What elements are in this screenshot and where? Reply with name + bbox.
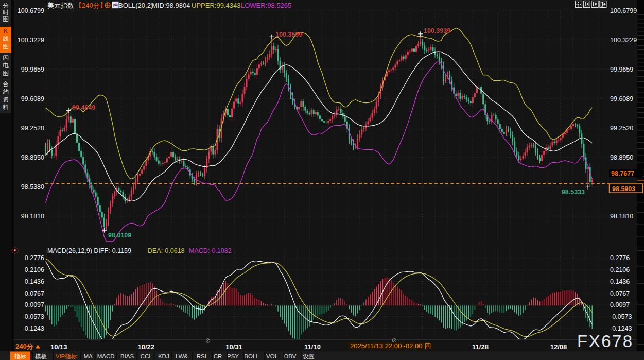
svg-text:MACD:-0.1082: MACD:-0.1082 [189,247,232,254]
svg-text:0.0097: 0.0097 [25,301,44,308]
svg-text:-0.0573: -0.0573 [23,313,44,320]
svg-text:MACD(26,12,9) DIFF:-0.1159: MACD(26,12,9) DIFF:-0.1159 [47,247,131,254]
svg-text:MID:98.9804: MID:98.9804 [152,2,190,9]
svg-text:2025/11/13 22:00~02:00 四: 2025/11/13 22:00~02:00 四 [350,342,431,350]
svg-text:时: 时 [3,9,9,15]
svg-text:设置: 设置 [303,353,315,359]
svg-text:98.5903: 98.5903 [612,185,635,193]
svg-text:99.2520: 99.2520 [610,125,633,132]
svg-text:98.8950: 98.8950 [21,154,44,161]
svg-text:0.0767: 0.0767 [25,290,44,297]
svg-text:BOLL: BOLL [244,353,259,359]
svg-text:100.3939: 100.3939 [424,27,450,35]
svg-text:模板: 模板 [35,353,47,359]
svg-text:0.2776: 0.2776 [25,254,44,262]
svg-text:10/22: 10/22 [137,343,154,351]
svg-text:100.3599: 100.3599 [275,31,302,38]
svg-text:0.0097: 0.0097 [610,301,630,308]
svg-text:RSI: RSI [197,353,206,359]
svg-text:FX678: FX678 [577,332,634,351]
svg-text:KDJ: KDJ [158,353,169,359]
svg-text:VOL: VOL [266,353,279,359]
svg-text:99.2520: 99.2520 [21,125,44,132]
svg-text:100.3229: 100.3229 [610,37,637,44]
svg-text:MACD: MACD [97,353,115,359]
svg-text:0.2106: 0.2106 [25,266,44,273]
svg-text:98.5333: 98.5333 [562,188,585,196]
svg-text:CR: CR [214,353,222,359]
svg-text:-0.0573: -0.0573 [610,313,632,320]
svg-text:约: 约 [3,89,9,95]
svg-text:10/13: 10/13 [50,343,67,351]
svg-text:料: 料 [2,104,9,110]
svg-text:98.0109: 98.0109 [108,232,131,239]
svg-text:BIAS: BIAS [120,353,134,359]
svg-text:11/28: 11/28 [472,343,489,351]
svg-text:12/08: 12/08 [550,343,567,351]
svg-text:电: 电 [3,62,9,68]
svg-text:98.8950: 98.8950 [610,154,633,161]
svg-text:图: 图 [3,43,9,49]
svg-text:K: K [4,28,8,34]
svg-text:0.1436: 0.1436 [25,278,44,285]
svg-text:UPPER:99.4343: UPPER:99.4343 [192,2,240,9]
svg-text:11/10: 11/10 [304,343,321,351]
svg-text:98.1810: 98.1810 [610,213,633,220]
svg-text:100.3229: 100.3229 [18,37,44,44]
svg-text:0.2106: 0.2106 [610,266,630,273]
svg-text:99.4649: 99.4649 [72,104,95,111]
svg-text:0.1436: 0.1436 [610,278,630,285]
svg-text:MA: MA [83,353,93,359]
svg-text:【240分】: 【240分】 [75,2,107,9]
svg-text:-0.1243: -0.1243 [610,325,632,332]
svg-text:98.1810: 98.1810 [21,213,44,220]
svg-text:100.6799: 100.6799 [610,7,637,14]
svg-text:OBV: OBV [284,353,297,359]
svg-text:DEA:-0.0618: DEA:-0.0618 [148,247,185,254]
svg-text:0.0767: 0.0767 [610,290,630,297]
svg-text:99.9659: 99.9659 [610,66,633,73]
svg-text:VIP指标: VIP指标 [56,353,77,359]
svg-text:99.6089: 99.6089 [610,95,633,102]
svg-text:美元指数: 美元指数 [47,2,74,9]
svg-text:CCI: CCI [141,353,151,359]
svg-text:指标: 指标 [14,353,26,359]
svg-text:图: 图 [3,16,9,22]
svg-text:100.6799: 100.6799 [18,7,44,14]
svg-text:-0.1243: -0.1243 [23,325,44,332]
svg-text:合: 合 [3,81,9,87]
svg-text:98.5380: 98.5380 [21,183,44,191]
svg-text:资: 资 [3,96,9,102]
svg-text:闪: 闪 [3,55,9,61]
svg-text:分: 分 [3,3,9,9]
svg-text:98.7677: 98.7677 [611,170,634,177]
svg-text:BOLL(20,2): BOLL(20,2) [118,2,153,9]
svg-text:99.9659: 99.9659 [21,66,44,73]
svg-text:PSY: PSY [227,353,239,359]
svg-text:线: 线 [3,36,9,42]
svg-text:240分: 240分 [15,342,34,350]
svg-text:99.6089: 99.6089 [21,95,44,102]
svg-text:0.2776: 0.2776 [610,254,630,262]
svg-text:LW&: LW& [176,353,188,359]
svg-text:10/31: 10/31 [225,343,242,351]
svg-text:LOWER:98.5265: LOWER:98.5265 [241,2,291,9]
svg-text:图: 图 [3,70,9,76]
